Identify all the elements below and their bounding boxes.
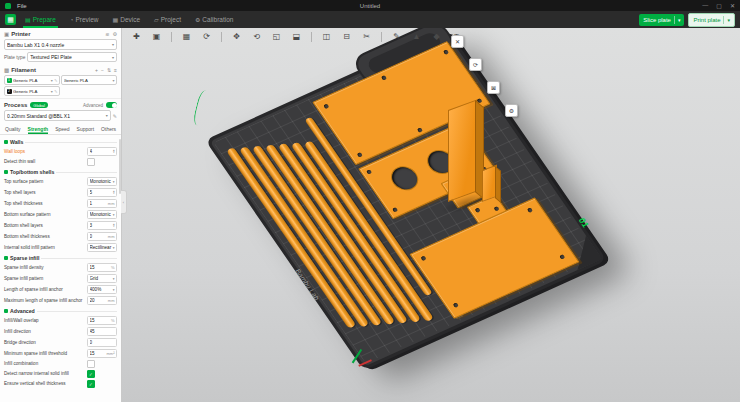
process-tab-speed[interactable]: Speed [55, 125, 69, 134]
tab-device[interactable]: ▦Device [111, 11, 143, 28]
bridge-direction-input[interactable]: 0 [87, 338, 117, 347]
color-paint-button[interactable]: ✎ [390, 30, 403, 43]
sparse-infill-pattern-select[interactable]: Grid▾ [87, 274, 117, 283]
flushing-volumes-icon[interactable]: ⇅ [107, 67, 111, 73]
spinner-icon[interactable]: ▴▾ [113, 191, 115, 194]
lock-plate-button[interactable]: ⊠ [487, 81, 500, 94]
spinner-icon[interactable]: ▴▾ [113, 224, 115, 227]
model-bracket-small[interactable] [482, 170, 500, 206]
sidebar-scrollbar[interactable] [119, 139, 121, 194]
tab-preview[interactable]: ◔Preview [68, 11, 101, 28]
orient-plate-button[interactable]: ⟳ [469, 58, 482, 71]
remove-filament-icon[interactable]: − [101, 67, 104, 73]
tab-prepare[interactable]: ▤Prepare [23, 11, 58, 28]
process-preset-select[interactable]: 0.20mm Standard @BBL X1 ▾ [4, 110, 111, 121]
length-of-sparse-infill-anchor-select[interactable]: 400%▾ [87, 285, 117, 294]
print-plate-button[interactable]: Print plate ▾ [688, 13, 735, 27]
maximize-icon[interactable]: ▢ [716, 2, 722, 9]
close-icon[interactable]: ✕ [730, 2, 735, 9]
printer-select[interactable]: Bambu Lab X1 0.4 nozzle ▾ [4, 39, 117, 50]
filament-item-2[interactable]: Generic PLA▾ [61, 75, 117, 85]
chevron-down-icon: ▾ [112, 78, 114, 83]
delete-plate-button[interactable]: ✕ [451, 35, 464, 48]
lay-flat-button[interactable]: ⬓ [290, 30, 303, 43]
plate-type-select[interactable]: Textured PEI Plate ▾ [27, 52, 117, 62]
advanced-mode-toggle[interactable] [106, 102, 117, 108]
slice-plate-label: Slice plate [643, 17, 671, 23]
support-paint-button[interactable]: ▲ [410, 30, 423, 43]
sparse-infill-density-input[interactable]: 15% [87, 263, 117, 272]
settings-group-title: Advanced [10, 308, 35, 314]
toolbar-separator [381, 32, 382, 42]
screw-hole [453, 302, 459, 307]
add-model-button[interactable]: ✚ [130, 30, 143, 43]
build-plate[interactable]: 01 Bambu Lab BBL [205, 30, 607, 370]
filament-settings-icon[interactable]: ≡ [114, 67, 117, 73]
wall-loops-input[interactable]: 4▴▾ [87, 147, 117, 156]
filament-color-chip: 1 [7, 78, 12, 83]
top-shell-layers-input[interactable]: 5▴▾ [87, 188, 117, 197]
split-parts-button[interactable]: ⊟ [340, 30, 353, 43]
plate-settings-button[interactable]: ⚙ [505, 104, 518, 117]
bottom-surface-pattern-select[interactable]: Monotonic▾ [87, 210, 117, 219]
add-plate-button[interactable]: ▣ [150, 30, 163, 43]
rotate-button[interactable]: ⟲ [250, 30, 263, 43]
setting-row: Sparse infill density15% [4, 263, 117, 272]
maximum-length-of-sparse-infill-anchor-input[interactable]: 20mm [87, 296, 117, 305]
viewport-annotation [192, 89, 211, 127]
bottom-shell-thickness-input[interactable]: 0mm [87, 232, 117, 241]
tab-calibration[interactable]: ⚙Calibration [193, 11, 235, 28]
setting-value: 0 [90, 234, 107, 239]
internal-solid-infill-pattern-select[interactable]: Rectilinear▾ [87, 243, 117, 252]
device-tab-icon: ▦ [113, 16, 119, 23]
settings-group-header: Walls [4, 139, 117, 145]
slice-plate-button[interactable]: Slice plate ▾ [639, 14, 684, 26]
minimum-sparse-infill-threshold-input[interactable]: 15mm² [87, 349, 117, 358]
split-objects-button[interactable]: ◫ [320, 30, 333, 43]
settings-group-header: Top/bottom shells [4, 169, 117, 175]
setting-label: Top shell thickness [4, 201, 85, 207]
scale-button[interactable]: ◱ [270, 30, 283, 43]
ensure-vertical-shell-thickness-checkbox[interactable]: ✓ [87, 380, 95, 388]
detect-narrow-internal-solid-infill-checkbox[interactable]: ✓ [87, 370, 95, 378]
filament-item-1[interactable]: 1Generic PLA▾✎ [4, 75, 60, 85]
slice-options-chevron-icon[interactable]: ▾ [678, 17, 681, 23]
infill-combination-checkbox[interactable] [87, 360, 95, 368]
process-tab-support[interactable]: Support [77, 125, 95, 134]
process-tab-quality[interactable]: Quality [5, 125, 21, 134]
printer-icon: ▣ [4, 31, 9, 37]
add-filament-icon[interactable]: + [95, 67, 98, 73]
auto-orient-button[interactable]: ⟳ [200, 30, 213, 43]
sidebar-collapse-button[interactable]: ‹ [121, 190, 127, 214]
setting-label: Bridge direction [4, 340, 85, 346]
viewport-3d[interactable]: ✚▣▦⟳✥⟲◱⬓◫⊟✂✎▲◆T 01 Bambu Lab BBL ✕⟳⊠⚙ [122, 28, 740, 402]
top-shell-thickness-input[interactable]: 1mm [87, 199, 117, 208]
seam-paint-button[interactable]: ◆ [430, 30, 443, 43]
filament-item-3[interactable]: 2Generic PLA▾✎ [4, 86, 60, 96]
edit-preset-icon[interactable]: ✎ [113, 113, 117, 119]
tab-project[interactable]: ▱Project [152, 11, 183, 28]
arrange-button[interactable]: ▦ [180, 30, 193, 43]
edit-filament-icon[interactable]: ✎ [54, 78, 57, 83]
detect-thin-wall-checkbox[interactable] [87, 158, 95, 166]
spinner-icon[interactable]: ▴▾ [113, 150, 115, 153]
process-tab-others[interactable]: Others [101, 125, 116, 134]
top-surface-pattern-select[interactable]: Monotonic▾ [87, 177, 117, 186]
move-button[interactable]: ✥ [230, 30, 243, 43]
printer-connection-icon[interactable]: ≋ [105, 31, 109, 37]
setting-label: Ensure vertical shell thickness [4, 381, 85, 387]
process-tab-strength[interactable]: Strength [28, 125, 49, 134]
cut-button[interactable]: ✂ [360, 30, 373, 43]
printer-settings-icon[interactable]: ⚙ [113, 31, 117, 37]
tab-label: Device [120, 16, 140, 23]
minimize-icon[interactable]: — [702, 2, 708, 9]
print-options-chevron-icon[interactable]: ▾ [727, 17, 730, 23]
infill-wall-overlap-input[interactable]: 15% [87, 316, 117, 325]
edit-filament-icon[interactable]: ✎ [54, 89, 57, 94]
model-bracket-vertical[interactable] [448, 110, 482, 210]
infill-direction-input[interactable]: 45 [87, 327, 117, 336]
process-global-badge[interactable]: Global [30, 102, 48, 108]
menu-file[interactable]: File [17, 3, 27, 9]
bottom-shell-layers-input[interactable]: 3▴▾ [87, 221, 117, 230]
setting-value: 15 [90, 318, 110, 323]
